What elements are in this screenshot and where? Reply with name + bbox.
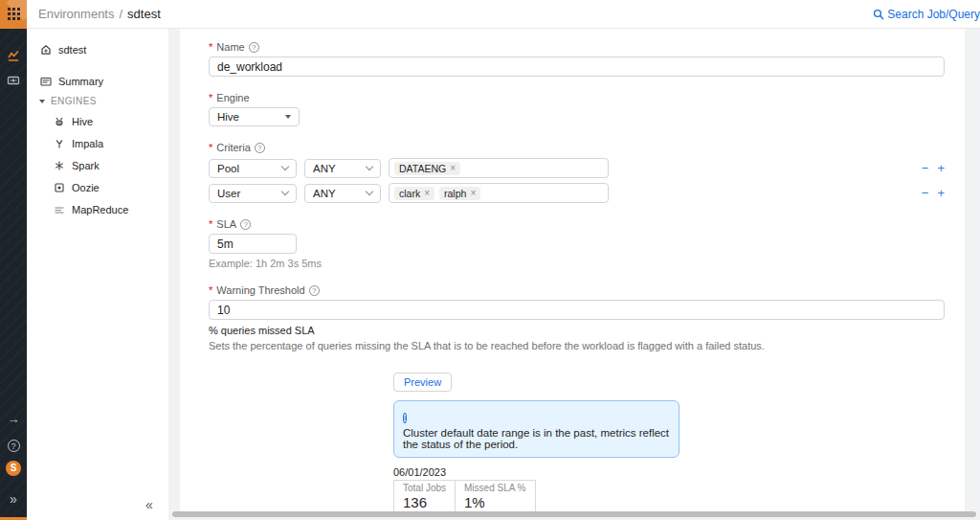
sidebar-item-summary[interactable]: Summary — [27, 70, 168, 92]
criteria-operator-select[interactable]: ANY — [304, 184, 381, 203]
warning-threshold-unit: % queries missed SLA — [209, 325, 945, 336]
criteria-field-select[interactable]: Pool — [209, 159, 297, 178]
sidebar-item-label: Hive — [72, 116, 93, 127]
sidebar-item-mapreduce[interactable]: MapReduce — [27, 198, 168, 220]
help-circle-icon[interactable]: ? — [0, 434, 27, 457]
summary-icon — [39, 75, 52, 87]
preview-button[interactable]: Preview — [393, 373, 452, 392]
left-rail: → ? S » — [0, 29, 27, 520]
warning-threshold-label: Warning Threshold — [209, 284, 305, 296]
sidebar-item-oozie[interactable]: Oozie — [27, 176, 168, 198]
sidebar-item-label: Spark — [72, 160, 100, 171]
chevron-down-icon — [281, 188, 289, 195]
search-job-query-link[interactable]: Search Job/Query — [873, 8, 980, 21]
criteria-values-input[interactable]: DATAENG× — [389, 158, 609, 178]
add-criteria-button[interactable]: + — [937, 162, 945, 174]
sidebar-item-impala[interactable]: Impala — [27, 132, 168, 154]
app-launcher-button[interactable] — [0, 0, 27, 29]
cluster-home-icon — [39, 43, 52, 56]
spark-icon — [53, 159, 65, 171]
preview-table-row: Total Jobs136Missed SLA %1% — [394, 481, 536, 513]
mapreduce-icon — [53, 203, 65, 215]
breadcrumb-section[interactable]: Environments — [38, 7, 114, 21]
chevron-down-icon — [281, 163, 289, 170]
horizontal-scrollbar[interactable] — [168, 511, 978, 517]
sla-input[interactable] — [209, 234, 297, 254]
grid-icon — [8, 8, 20, 20]
sla-label-row: SLA ? — [209, 218, 945, 230]
sidebar-item-environment[interactable]: sdtest — [27, 38, 168, 60]
engine-label-row: Engine — [209, 92, 945, 103]
arrow-right-icon[interactable]: → — [0, 407, 27, 430]
criteria-tag: DATAENG× — [394, 162, 460, 175]
top-bar: Environments / sdtest Search Job/Query — [0, 0, 980, 29]
add-criteria-button[interactable]: + — [937, 187, 945, 199]
criteria-label-row: Criteria ? — [209, 142, 945, 153]
sla-label: SLA — [209, 218, 236, 230]
help-icon[interactable]: ? — [249, 42, 259, 53]
help-icon[interactable]: ? — [309, 285, 320, 296]
alert-message: Cluster default date range is in the pas… — [403, 427, 670, 450]
tag-label: DATAENG — [399, 163, 446, 174]
name-label-row: Name ? — [209, 41, 945, 53]
remove-criteria-button[interactable]: − — [922, 187, 929, 199]
chevron-down-icon — [39, 100, 45, 103]
engines-section-header[interactable]: ENGINES — [27, 92, 168, 110]
help-icon[interactable]: ? — [255, 143, 265, 153]
sidebar-item-label: MapReduce — [72, 204, 128, 215]
remove-criteria-button[interactable]: − — [922, 162, 929, 174]
preview-column-header: Total Jobs — [403, 483, 446, 493]
preview-result-table: Total Jobs136Missed SLA %1% — [393, 480, 536, 512]
sla-hint: Example: 1h 2m 3s 5ms — [209, 258, 945, 269]
double-chevron-right-icon[interactable]: » — [0, 487, 27, 510]
engines-header-label: ENGINES — [51, 96, 97, 106]
warning-threshold-label-row: Warning Threshold ? — [209, 284, 945, 296]
info-icon: i — [403, 413, 407, 423]
oozie-icon — [53, 181, 65, 193]
help-icon[interactable]: ? — [240, 219, 251, 230]
environment-sidebar: sdtest Summary ENGINES HiveImpalaSparkOo… — [27, 29, 168, 520]
criteria-label: Criteria — [209, 142, 251, 153]
name-input[interactable] — [209, 57, 945, 77]
warning-threshold-input[interactable] — [209, 300, 945, 320]
scrollbar-thumb[interactable] — [172, 511, 976, 517]
collapse-sidebar-icon[interactable]: « — [145, 497, 153, 512]
criteria-operator-select[interactable]: ANY — [304, 159, 381, 178]
criteria-row: UserANYclark×ralph×−+ — [209, 183, 945, 203]
preview-table-cell: Total Jobs136 — [394, 481, 456, 513]
criteria-values-input[interactable]: clark×ralph× — [389, 183, 609, 203]
sidebar-item-label: sdtest — [58, 44, 86, 56]
chart-icon[interactable] — [0, 44, 27, 67]
remove-tag-icon[interactable]: × — [450, 163, 456, 173]
avatar[interactable]: S — [6, 461, 21, 476]
info-alert: i Cluster default date range is in the p… — [393, 400, 679, 458]
criteria-field-select[interactable]: User — [209, 184, 297, 203]
preview-value: 136 — [403, 494, 446, 510]
preview-table-cell: Missed SLA %1% — [456, 481, 535, 513]
preview-date: 06/01/2023 — [393, 466, 945, 478]
criteria-tag: clark× — [394, 187, 434, 200]
chevron-down-icon — [366, 163, 373, 170]
search-label: Search Job/Query — [887, 8, 980, 21]
impala-icon — [53, 137, 65, 149]
remove-tag-icon[interactable]: × — [470, 188, 476, 198]
sidebar-item-hive[interactable]: Hive — [27, 110, 168, 132]
criteria-row: PoolANYDATAENG×−+ — [209, 158, 945, 178]
engine-select[interactable]: Hive — [209, 107, 300, 126]
breadcrumb-current: sdtest — [127, 7, 161, 21]
tag-label: ralph — [444, 188, 466, 199]
tag-label: clark — [399, 188, 420, 199]
sidebar-item-label: Summary — [58, 76, 103, 87]
sidebar-item-label: Impala — [72, 138, 103, 149]
sidebar-item-spark[interactable]: Spark — [27, 154, 168, 176]
chevron-down-icon — [366, 188, 373, 195]
breadcrumb-separator: / — [119, 7, 122, 21]
search-icon — [873, 9, 884, 20]
sidebar-item-label: Oozie — [72, 182, 100, 193]
hive-icon — [53, 115, 65, 127]
remove-tag-icon[interactable]: × — [424, 188, 430, 198]
cluster-card-icon[interactable] — [0, 69, 27, 92]
engine-label: Engine — [209, 92, 250, 103]
breadcrumb: Environments / sdtest — [38, 7, 161, 21]
sidebar-engines-list: HiveImpalaSparkOozieMapReduce — [27, 110, 168, 220]
